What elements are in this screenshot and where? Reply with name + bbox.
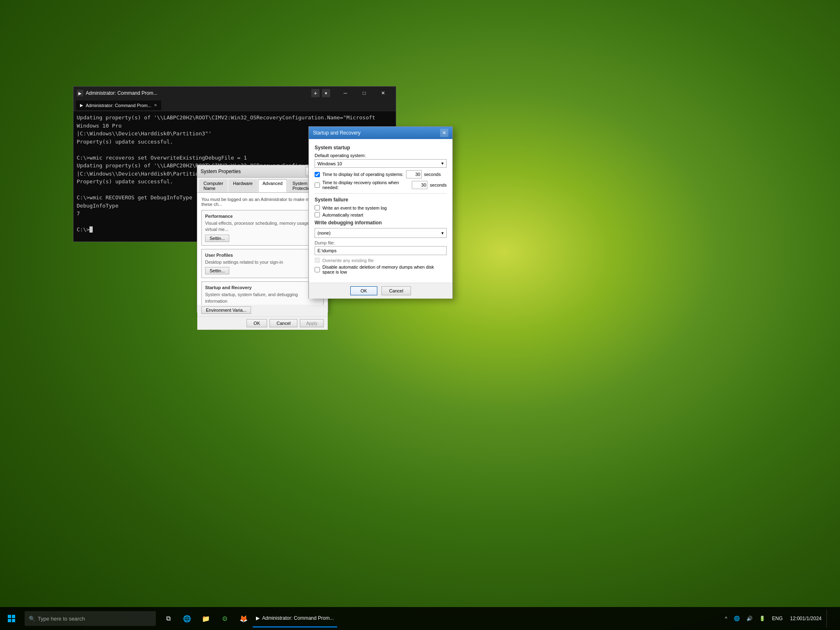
- dump-file-label: Dump file:: [315, 240, 447, 245]
- write-event-row: Write an event to the system log: [315, 205, 447, 210]
- cmd-icon: ▶: [77, 90, 83, 96]
- default-os-dropdown[interactable]: Windows 10 ▾: [315, 159, 447, 168]
- display-recovery-checkbox[interactable]: [315, 183, 320, 188]
- desktop: ▶ Administrator: Command Prom... + ▾ ─ □…: [0, 0, 840, 630]
- sysprop-cancel-button[interactable]: Cancel: [269, 319, 297, 327]
- disable-auto-delete-checkbox[interactable]: [315, 267, 320, 272]
- dump-file-input[interactable]: [315, 246, 447, 255]
- env-vars-button[interactable]: Environment Varia...: [201, 306, 251, 314]
- taskbar-clock[interactable]: 12:00 1/1/2024: [787, 609, 825, 628]
- cmd-maximize-button[interactable]: □: [355, 87, 374, 100]
- new-tab-button[interactable]: +: [311, 89, 320, 97]
- startup-recovery-window: Startup and Recovery ✕ System startup De…: [308, 126, 453, 299]
- startup-title: Startup and Recovery: [313, 130, 440, 136]
- clock-date: 1/1/2024: [802, 615, 822, 622]
- overwrite-checkbox: [315, 258, 320, 263]
- startup-content: System startup Default operating system:…: [309, 139, 452, 283]
- user-profiles-desc: Desktop settings related to your sign-in: [205, 259, 320, 265]
- default-os-arrow-icon: ▾: [441, 161, 444, 166]
- write-event-label: Write an event to the system log: [322, 205, 387, 210]
- user-profiles-title: User Profiles: [205, 253, 320, 258]
- sysprop-footer: OK Cancel Apply: [197, 316, 328, 330]
- performance-desc: Visual effects, processor scheduling, me…: [205, 220, 320, 233]
- display-list-checkbox[interactable]: [315, 172, 320, 177]
- tray-lang[interactable]: ENG: [769, 609, 785, 628]
- disable-auto-delete-row: Disable automatic deletion of memory dum…: [315, 265, 447, 274]
- cmd-taskbar-button[interactable]: ▶ Administrator: Command Prom...: [253, 609, 337, 628]
- startup-recovery-title: Startup and Recovery: [205, 285, 320, 290]
- performance-settings-button[interactable]: Settin...: [205, 235, 229, 242]
- cmd-taskbar-label: Administrator: Command Prom...: [262, 615, 334, 621]
- default-os-label: Default operating system:: [315, 153, 447, 158]
- cmd-tab-bar: ▶ Administrator: Command Prom... ✕: [73, 100, 396, 111]
- chrome-icon-button[interactable]: ⚙: [216, 609, 234, 628]
- display-recovery-input[interactable]: [412, 181, 427, 189]
- display-recovery-label: Time to display recovery options when ne…: [322, 180, 409, 190]
- sysprop-ok-button[interactable]: OK: [247, 319, 267, 327]
- auto-restart-checkbox[interactable]: [315, 212, 320, 217]
- cmd-title: Administrator: Command Prom...: [86, 90, 309, 96]
- tray-chevron[interactable]: ^: [723, 609, 730, 628]
- taskbar: 🔍 Type here to search ⧉ 🌐 📁 ⚙ 🦊 ▶ Admini…: [0, 607, 840, 630]
- system-startup-header: System startup: [315, 145, 447, 151]
- overwrite-label: Overwrite any existing file: [322, 258, 374, 263]
- firefox-icon-button[interactable]: 🦊: [235, 609, 253, 628]
- write-debug-header: Write debugging information: [315, 220, 447, 226]
- cmd-titlebar: ▶ Administrator: Command Prom... + ▾ ─ □…: [73, 87, 396, 100]
- default-os-value: Windows 10: [317, 161, 342, 166]
- task-view-button[interactable]: ⧉: [159, 609, 177, 628]
- svg-rect-0: [8, 615, 11, 618]
- display-list-label: Time to display list of operating system…: [322, 172, 404, 177]
- user-profiles-settings-button[interactable]: Settin...: [205, 267, 229, 274]
- display-list-input[interactable]: [406, 170, 422, 178]
- edge-icon-button[interactable]: 🌐: [178, 609, 196, 628]
- tab-dropdown-button[interactable]: ▾: [322, 89, 330, 97]
- sysprop-apply-button[interactable]: Apply: [300, 319, 324, 327]
- debug-type-value: (none): [317, 231, 331, 235]
- performance-section: Performance Visual effects, processor sc…: [201, 210, 324, 246]
- sysprop-admin-note: You must be logged on as an Administrato…: [201, 197, 324, 207]
- startup-recovery-section: Startup and Recovery System startup, sys…: [201, 281, 324, 305]
- cmd-tab-active[interactable]: ▶ Administrator: Command Prom... ✕: [76, 100, 161, 110]
- tray-battery-icon[interactable]: 🔋: [757, 609, 768, 628]
- display-list-row: Time to display list of operating system…: [315, 170, 447, 178]
- svg-rect-1: [12, 615, 15, 618]
- performance-title: Performance: [205, 214, 320, 219]
- debug-type-arrow-icon: ▾: [441, 231, 444, 236]
- taskbar-pinned-icons: ⧉ 🌐 📁 ⚙ 🦊: [159, 609, 253, 628]
- windows-icon: [7, 614, 16, 623]
- tab-computer-name[interactable]: Computer Name: [199, 179, 228, 192]
- tab-hardware[interactable]: Hardware: [228, 179, 257, 192]
- start-button[interactable]: [0, 607, 23, 630]
- startup-ok-button[interactable]: OK: [350, 286, 377, 295]
- debug-type-dropdown[interactable]: (none) ▾: [315, 228, 447, 238]
- overwrite-row: Overwrite any existing file: [315, 258, 447, 263]
- section-divider-1: [315, 193, 447, 194]
- show-desktop-button[interactable]: [826, 609, 837, 628]
- svg-rect-2: [8, 619, 11, 622]
- explorer-icon-button[interactable]: 📁: [197, 609, 215, 628]
- search-placeholder: Type here to search: [38, 616, 85, 622]
- cmd-minimize-button[interactable]: ─: [336, 87, 355, 100]
- startup-close-button[interactable]: ✕: [440, 129, 448, 137]
- taskbar-tray: ^ 🌐 🔊 🔋 ENG 12:00 1/1/2024: [723, 609, 840, 628]
- auto-restart-row: Automatically restart: [315, 212, 447, 217]
- disable-auto-delete-label: Disable automatic deletion of memory dum…: [322, 265, 447, 274]
- tray-volume-icon[interactable]: 🔊: [744, 609, 755, 628]
- display-recovery-unit: seconds: [430, 183, 447, 187]
- svg-rect-3: [12, 619, 15, 622]
- startup-recovery-desc: System startup, system failure, and debu…: [205, 292, 320, 304]
- write-event-checkbox[interactable]: [315, 205, 320, 210]
- startup-titlebar: Startup and Recovery ✕: [309, 127, 452, 139]
- clock-time: 12:00: [790, 615, 802, 622]
- startup-footer: OK Cancel: [309, 283, 452, 299]
- tray-network-icon[interactable]: 🌐: [731, 609, 742, 628]
- system-failure-header: System failure: [315, 197, 447, 203]
- startup-cancel-button[interactable]: Cancel: [381, 286, 411, 295]
- display-list-unit: seconds: [424, 172, 441, 177]
- cmd-close-button[interactable]: ✕: [374, 87, 393, 100]
- sysprop-title: System Properties: [201, 169, 305, 174]
- tab-advanced[interactable]: Advanced: [258, 179, 287, 192]
- taskbar-search[interactable]: 🔍 Type here to search: [25, 611, 156, 626]
- user-profiles-section: User Profiles Desktop settings related t…: [201, 249, 324, 278]
